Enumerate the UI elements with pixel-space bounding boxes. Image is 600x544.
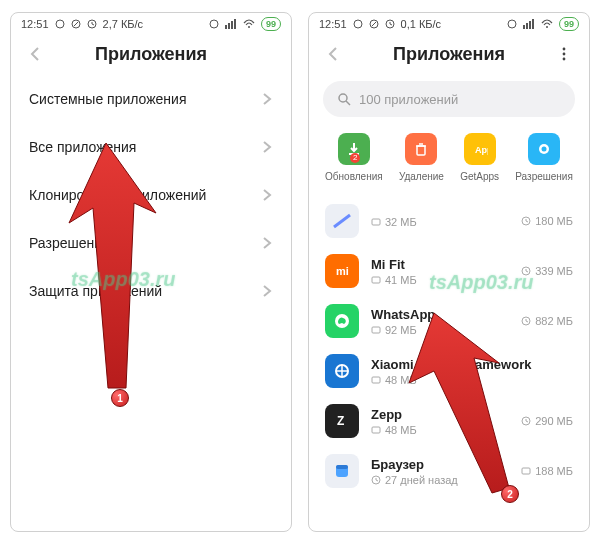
settings-row-system-apps[interactable]: Системные приложения [11, 75, 291, 123]
chevron-left-icon [28, 46, 44, 62]
back-button[interactable] [25, 43, 47, 65]
app-clock: 882 МБ [535, 315, 573, 327]
app-size: 48 МБ [385, 424, 417, 436]
app-clock: 188 МБ [535, 465, 573, 477]
svg-rect-27 [372, 219, 380, 225]
storage-icon [371, 425, 381, 435]
svg-rect-43 [522, 468, 530, 474]
app-row-zepp[interactable]: Z Zepp 48 МБ 290 МБ [309, 396, 589, 446]
chevron-left-icon [326, 46, 342, 62]
svg-rect-14 [526, 23, 528, 29]
svg-rect-15 [529, 21, 531, 29]
compass-icon [369, 19, 379, 29]
app-size: 92 МБ [385, 324, 417, 336]
time-label: 12:51 [319, 18, 347, 30]
wifi-icon [541, 19, 553, 29]
svg-rect-41 [336, 465, 348, 469]
chevron-right-icon [261, 93, 273, 105]
search-input[interactable]: 100 приложений [323, 81, 575, 117]
svg-point-21 [339, 94, 347, 102]
app-icon: mi [325, 254, 359, 288]
quick-action-label: GetApps [460, 171, 499, 182]
clock-icon [521, 216, 531, 226]
app-name: Mi Fit [371, 257, 509, 272]
search-icon [337, 92, 351, 106]
sync-icon [353, 19, 363, 29]
page-title: Приложения [345, 44, 553, 65]
wifi-icon [243, 19, 255, 29]
svg-rect-23 [417, 146, 425, 155]
app-row-browser[interactable]: Браузер 27 дней назад 188 МБ [309, 446, 589, 496]
time-label: 12:51 [21, 18, 49, 30]
app-row-whatsapp[interactable]: WhatsApp 92 МБ 882 МБ [309, 296, 589, 346]
svg-point-20 [563, 58, 566, 61]
svg-rect-13 [523, 25, 525, 29]
settings-row-app-protection[interactable]: Защита приложений [11, 267, 291, 315]
battery-label: 99 [261, 17, 281, 31]
settings-row-permissions[interactable]: Разрешения [11, 219, 291, 267]
clock-icon [521, 316, 531, 326]
storage-icon [521, 466, 531, 476]
page-title: Приложения [47, 44, 255, 65]
svg-point-0 [56, 20, 64, 28]
chevron-right-icon [261, 237, 273, 249]
appbar: Приложения [309, 35, 589, 75]
app-row-mifit[interactable]: mi Mi Fit 41 МБ 339 МБ [309, 246, 589, 296]
app-size: 41 МБ [385, 274, 417, 286]
app-row[interactable]: 32 МБ 180 МБ [309, 196, 589, 246]
perm-icon [528, 133, 560, 165]
app-icon [325, 204, 359, 238]
settings-row-label: Клонирование приложений [29, 187, 206, 203]
svg-rect-36 [372, 377, 380, 383]
settings-row-label: Все приложения [29, 139, 136, 155]
quick-action-updates[interactable]: 2 Обновления [325, 133, 383, 182]
app-icon [325, 354, 359, 388]
quick-action-uninstall[interactable]: Удаление [399, 133, 444, 182]
svg-point-3 [210, 20, 218, 28]
clock-icon [521, 416, 531, 426]
compass-icon [71, 19, 81, 29]
svg-text:mi: mi [336, 265, 349, 277]
svg-point-8 [248, 26, 250, 28]
app-icon: Z [325, 404, 359, 438]
svg-point-19 [563, 53, 566, 56]
svg-point-9 [354, 20, 362, 28]
quick-action-label: Обновления [325, 171, 383, 182]
svg-rect-7 [234, 19, 236, 29]
storage-icon [371, 325, 381, 335]
phone-left: 12:51 2,7 КБ/с 99 Приложения Системные п… [10, 12, 292, 532]
clock-icon [385, 19, 395, 29]
clock-icon [87, 19, 97, 29]
app-size: 32 МБ [385, 216, 417, 228]
app-name: WhatsApp [371, 307, 509, 322]
svg-text:Z: Z [337, 414, 344, 428]
battery-label: 99 [559, 17, 579, 31]
quick-action-getapps[interactable]: Apps GetApps [460, 133, 499, 182]
chevron-right-icon [261, 285, 273, 297]
search-placeholder: 100 приложений [359, 92, 458, 107]
more-button[interactable] [553, 43, 575, 65]
status-bar: 12:51 2,7 КБ/с 99 [11, 13, 291, 35]
signal-icon [523, 19, 535, 29]
svg-point-12 [508, 20, 516, 28]
settings-row-clone-apps[interactable]: Клонирование приложений [11, 171, 291, 219]
svg-rect-16 [532, 19, 534, 29]
signal-icon [225, 19, 237, 29]
storage-icon [371, 375, 381, 385]
clock-icon [371, 475, 381, 485]
quick-action-permissions[interactable]: Разрешения [515, 133, 573, 182]
app-row-xiaomi-service[interactable]: Xiaomi service framework 48 МБ [309, 346, 589, 396]
app-clock: 290 МБ [535, 415, 573, 427]
svg-rect-6 [231, 21, 233, 29]
svg-rect-33 [372, 327, 380, 333]
storage-icon [371, 275, 381, 285]
svg-point-26 [542, 147, 547, 152]
quick-action-label: Удаление [399, 171, 444, 182]
sync-icon [55, 19, 65, 29]
svg-point-17 [546, 26, 548, 28]
settings-row-all-apps[interactable]: Все приложения [11, 123, 291, 171]
getapps-icon: Apps [464, 133, 496, 165]
net-speed: 0,1 КБ/с [401, 18, 442, 30]
back-button[interactable] [323, 43, 345, 65]
svg-point-18 [563, 48, 566, 51]
